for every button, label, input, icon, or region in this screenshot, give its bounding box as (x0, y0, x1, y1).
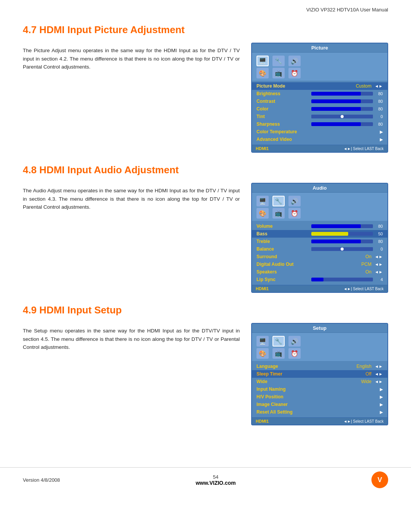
setup-menu: Setup 🖥️ 🔧 🔊 🎨 📺 ⏰ (251, 323, 388, 425)
language-arrow: ◄► (374, 364, 383, 369)
advanced-video-arrow: ▶ (380, 137, 383, 142)
sleep-timer-arrow: ◄► (374, 372, 383, 376)
audio-icon-sel: 🔧 (272, 196, 285, 206)
reset-all-arrow: ▶ (380, 410, 383, 415)
input-naming-label: Input Naming (256, 387, 310, 392)
reset-all-row: Reset All Setting ▶ (252, 408, 387, 416)
digital-audio-label: Digital Audio Out (256, 262, 310, 267)
icon-group-top: 🖥️ 🔧 🔊 🎨 📺 ⏰ (256, 56, 301, 78)
speakers-row: Speakers On ◄► (252, 268, 387, 276)
treble-fill (311, 240, 361, 243)
bass-fill (311, 232, 348, 236)
picture-footer-controls: ◄►| Select LAST Back (343, 147, 384, 151)
sleep-timer-label: Sleep Timer (256, 371, 310, 377)
section-4-9-block: The Setup menu operates in the same way … (23, 323, 388, 425)
treble-label: Treble (256, 239, 310, 244)
input-naming-row: Input Naming ▶ (252, 385, 387, 393)
wide-row: Wide Wide ◄► (252, 378, 387, 385)
tv-icon: 🖥️ (256, 56, 269, 66)
section-4-8-block: The Audio Adjust menu operates in the sa… (23, 183, 388, 293)
bass-row: Bass 50 (252, 230, 387, 238)
color-temp-label: Color Temperature (256, 129, 310, 134)
language-row: Language English ◄► (252, 363, 387, 370)
picture-menu: Picture 🖥️ 🔧 🔊 🎨 📺 ⏰ (251, 43, 388, 153)
sleep-timer-row: Sleep Timer Off ◄► (252, 370, 387, 378)
section-4-7-menu: Picture 🖥️ 🔧 🔊 🎨 📺 ⏰ (251, 43, 388, 153)
lip-sync-row: Lip Sync 4 (252, 276, 387, 283)
tint-row: Tint 0 (252, 113, 387, 120)
setup-icon-group: 🖥️ 🔧 🔊 🎨 📺 ⏰ (256, 336, 301, 359)
picture-mode-value: Custom (310, 83, 373, 89)
settings-icon: 🔧 (272, 56, 285, 66)
picture-menu-title: Picture (252, 43, 387, 53)
audio-menu-footer: HDMI1 ◄►| Select LAST Back (252, 285, 387, 292)
tint-dot (341, 115, 344, 118)
picture-menu-input: HDMI1 (256, 146, 269, 151)
page-content: 4.7 HDMI Input Picture Adjustment The Pi… (0, 13, 411, 460)
bass-bar (311, 232, 373, 236)
digital-audio-value: PCM (310, 262, 373, 267)
audio-menu-input: HDMI1 (256, 286, 269, 291)
contrast-value: 80 (374, 99, 383, 104)
lip-sync-value: 4 (374, 277, 383, 282)
footer-url-text: www.VIZIO.com (196, 480, 236, 486)
audio-menu-title: Audio (252, 184, 387, 193)
lip-sync-fill (311, 278, 323, 281)
setup-menu-input: HDMI1 (256, 419, 269, 423)
clock-icon: ⏰ (288, 68, 301, 78)
speakers-value: On (310, 269, 373, 275)
advanced-video-label: Advanced Video (256, 137, 310, 142)
sharpness-bar (311, 122, 373, 126)
section-4-8-title: 4.8 HDMI Input Audio Adjustment (23, 164, 388, 176)
setup-gear-icon: 🔧 (272, 336, 285, 347)
sleep-timer-value: Off (310, 371, 373, 377)
section-4-7: 4.7 HDMI Input Picture Adjustment The Pi… (23, 24, 388, 153)
picture-menu-icons: 🖥️ 🔧 🔊 🎨 📺 ⏰ (252, 53, 387, 81)
wide-arrow: ◄► (374, 379, 383, 384)
tint-value: 0 (374, 114, 383, 119)
lip-sync-bar (311, 278, 373, 281)
color2-icon: 🎨 (256, 208, 269, 219)
sharpness-row: Sharpness 80 (252, 120, 387, 128)
section-4-9-text: The Setup menu operates in the same way … (23, 323, 240, 425)
color-temp-row: Color Temperature ▶ (252, 128, 387, 136)
hv-position-row: H/V Position ▶ (252, 393, 387, 401)
picture-menu-footer: HDMI1 ◄►| Select LAST Back (252, 145, 387, 152)
section-4-7-block: The Picture Adjust menu operates in the … (23, 43, 388, 153)
sharpness-value: 80 (374, 122, 383, 126)
audio-menu-icons: 🖥️ 🔧 🔊 🎨 📺 ⏰ (252, 193, 387, 221)
setup-color-icon: 🎨 (256, 348, 269, 359)
image-cleaner-label: Image Cleaner (256, 402, 310, 407)
footer-url: www.VIZIO.com (196, 480, 236, 486)
setup-footer-controls: ◄►| Select LAST Back (343, 419, 384, 423)
picture-mode-row: Picture Mode Custom ◄► (252, 82, 387, 90)
header-title: VIZIO VP322 HDTV10A User Manual (306, 7, 388, 13)
logo-letter: V (378, 476, 382, 484)
section-4-7-title: 4.7 HDMI Input Picture Adjustment (23, 24, 388, 36)
vizio-logo: V (371, 471, 388, 488)
color-value: 80 (374, 107, 383, 111)
audio-icon-row-1: 🖥️ 🔧 🔊 (256, 196, 301, 206)
setup-clk-icon: ⏰ (288, 348, 301, 359)
volume-bar (311, 224, 373, 228)
icon-row-2: 🎨 📺 ⏰ (256, 68, 301, 78)
contrast-label: Contrast (256, 99, 310, 104)
tv3-icon: 🖥️ (256, 336, 269, 347)
brightness-fill (311, 92, 361, 96)
wide-value: Wide (310, 379, 373, 384)
setup-icon-row-2: 🎨 📺 ⏰ (256, 348, 301, 359)
audio-icon-group: 🖥️ 🔧 🔊 🎨 📺 ⏰ (256, 196, 301, 219)
image-cleaner-arrow: ▶ (380, 402, 383, 407)
surround-row: Surround On ◄► (252, 253, 387, 260)
surround-value: On (310, 254, 373, 259)
audio-footer-controls: ◄►| Select LAST Back (343, 287, 384, 291)
brightness-row: Brightness 80 (252, 90, 387, 97)
section-4-9-title: 4.9 HDMI Input Setup (23, 304, 388, 316)
section-4-8-text: The Audio Adjust menu operates in the sa… (23, 183, 240, 293)
speakers-label: Speakers (256, 269, 310, 275)
speakers-arrow: ◄► (374, 270, 383, 274)
treble-bar (311, 240, 373, 243)
balance-value: 0 (374, 247, 383, 251)
setup-audio-icon: 🔊 (288, 336, 301, 347)
sharpness-label: Sharpness (256, 121, 310, 127)
